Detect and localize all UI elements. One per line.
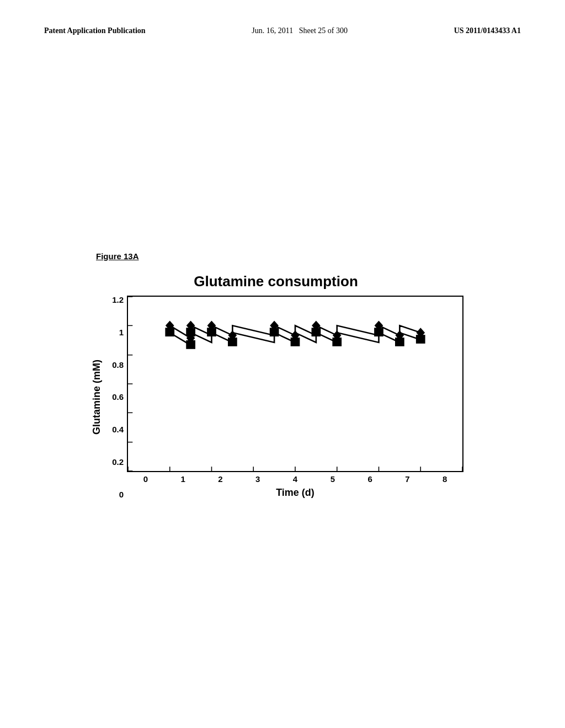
x-axis-label: Time (d)	[127, 487, 463, 499]
plot-area-wrapper: 0 1 2 3 4 5 6 7 8 Time (d)	[127, 296, 463, 499]
chart-title: Glutamine consumption	[88, 273, 463, 290]
header-sheet: Sheet 25 of 300	[299, 26, 348, 35]
chart-svg	[128, 297, 462, 471]
header-patent-number: US 2011/0143433 A1	[454, 26, 521, 35]
x-tick-2: 2	[202, 474, 239, 484]
header-publication-label: Patent Application Publication	[44, 26, 146, 35]
y-tick-0.8: 0.8	[112, 361, 124, 369]
x-tick-5: 5	[314, 474, 351, 484]
header-date: Jun. 16, 2011 Sheet 25 of 300	[252, 26, 348, 35]
svg-rect-21	[332, 338, 342, 346]
svg-rect-18	[186, 340, 195, 349]
y-tick-1: 1	[119, 328, 124, 336]
svg-rect-13	[186, 328, 195, 336]
svg-rect-17	[374, 328, 383, 336]
y-ticks-labels: 1.2 1 0.8 0.6 0.4 0.2 0	[107, 296, 127, 499]
x-tick-7: 7	[388, 474, 426, 484]
x-tick-3: 3	[239, 474, 276, 484]
x-ticks-labels: 0 1 2 3 4 5 6 7 8	[127, 472, 463, 484]
y-tick-0: 0	[119, 490, 124, 499]
chart-container: Glutamine consumption Glutamine (mM) 1.2…	[88, 273, 463, 499]
svg-rect-14	[207, 328, 216, 336]
y-tick-1.2: 1.2	[112, 296, 124, 304]
plot-box	[127, 296, 463, 472]
x-tick-0: 0	[127, 474, 164, 484]
y-tick-0.4: 0.4	[112, 425, 124, 433]
figure-label: Figure 13A	[96, 251, 139, 261]
x-tick-6: 6	[351, 474, 389, 484]
svg-rect-23	[416, 335, 425, 344]
svg-rect-12	[165, 328, 174, 336]
x-tick-4: 4	[276, 474, 314, 484]
svg-rect-22	[395, 338, 404, 346]
svg-rect-15	[270, 328, 279, 336]
svg-rect-20	[291, 338, 300, 346]
chart-area: Glutamine (mM) 1.2 1 0.8 0.6 0.4 0.2 0	[88, 296, 463, 499]
x-tick-1: 1	[164, 474, 202, 484]
svg-rect-16	[312, 328, 321, 336]
x-tick-8: 8	[426, 474, 463, 484]
y-tick-0.6: 0.6	[112, 393, 124, 401]
y-tick-0.2: 0.2	[112, 458, 124, 466]
svg-rect-19	[228, 338, 237, 346]
y-axis-label: Glutamine (mM)	[88, 296, 105, 499]
page-header: Patent Application Publication Jun. 16, …	[44, 26, 521, 35]
